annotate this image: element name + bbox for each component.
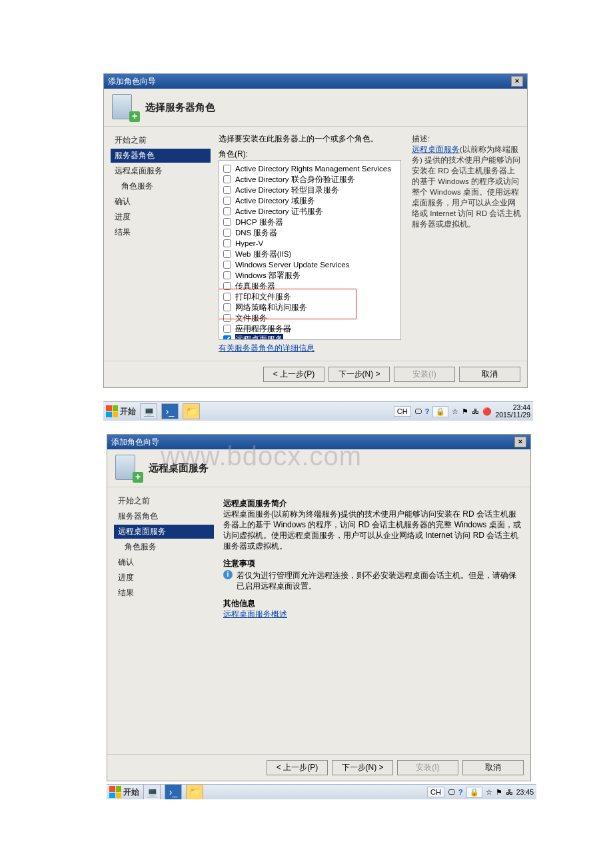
roles-listbox[interactable]: Active Directory Rights Management Servi… (219, 160, 401, 340)
role-label: Active Directory 联合身份验证服务 (235, 174, 355, 185)
powershell-icon[interactable]: ›_ (161, 403, 179, 419)
nav-role-services[interactable]: 角色服务 (114, 540, 214, 554)
nav-server-roles[interactable]: 服务器角色 (114, 509, 214, 523)
role-label: Windows Server Update Services (235, 259, 349, 270)
more-info-link[interactable]: 有关服务器角色的详细信息 (219, 343, 314, 354)
role-item[interactable]: 远程桌面服务 (223, 334, 396, 340)
role-checkbox[interactable] (223, 175, 231, 183)
tray-security-icon[interactable]: 🔒 (466, 787, 482, 798)
tray-sound-icon[interactable]: ☆ (452, 407, 458, 416)
role-checkbox[interactable] (223, 325, 231, 333)
desc-title: 描述: (412, 133, 522, 144)
ime-indicator[interactable]: CH (394, 406, 411, 417)
tray-help-icon[interactable]: ? (458, 788, 463, 796)
role-item[interactable]: Hyper-V (223, 238, 396, 249)
clock[interactable]: 23:44 2015/11/29 (495, 404, 530, 419)
nav-rds[interactable]: 远程桌面服务 (114, 525, 214, 539)
role-item[interactable]: Windows Server Update Services (223, 259, 396, 270)
titlebar[interactable]: 添加角色向导 × (107, 435, 530, 449)
role-item[interactable]: Active Directory 轻型目录服务 (223, 185, 396, 195)
role-item[interactable]: Windows 部署服务 (223, 270, 396, 281)
window-title: 添加角色向导 (111, 437, 159, 448)
tray-help-icon[interactable]: ? (425, 407, 430, 415)
explorer-icon[interactable]: 📁 (183, 403, 200, 419)
role-checkbox[interactable] (223, 207, 231, 215)
nav-role-services[interactable]: 角色服务 (111, 179, 211, 193)
note-text: 若仅为进行管理而允许远程连接，则不必安装远程桌面会话主机。但是，请确保已启用远程… (237, 570, 521, 591)
role-label: Windows 部署服务 (235, 270, 301, 281)
role-item[interactable]: Active Directory 域服务 (223, 195, 396, 206)
titlebar[interactable]: 添加角色向导 × (104, 74, 527, 89)
overview-link[interactable]: 远程桌面服务概述 (223, 609, 287, 619)
prev-button[interactable]: < 上一步(P) (263, 367, 324, 382)
nav-confirm[interactable]: 确认 (111, 195, 211, 209)
role-item[interactable]: Web 服务器(IIS) (223, 249, 396, 259)
desc-link[interactable]: 远程桌面服务 (412, 145, 460, 153)
tray-network-icon[interactable]: 🖧 (472, 407, 479, 415)
description-panel: 描述: 远程桌面服务(以前称为终端服务) 提供的技术使用户能够访问安装在 RD … (409, 127, 527, 361)
start-label: 开始 (120, 406, 136, 417)
window-title: 添加角色向导 (108, 76, 156, 87)
cancel-button[interactable]: 取消 (459, 367, 520, 382)
role-checkbox[interactable] (223, 239, 231, 247)
nav-progress[interactable]: 进度 (111, 210, 211, 224)
tray-security-icon[interactable]: 🔒 (432, 406, 448, 417)
role-checkbox[interactable] (223, 250, 231, 258)
cancel-button[interactable]: 取消 (462, 760, 524, 775)
explorer-icon[interactable]: 📁 (186, 784, 203, 799)
role-item[interactable]: 应用程序服务器 (223, 323, 396, 334)
nav-results[interactable]: 结果 (114, 586, 214, 600)
tray-flag-icon[interactable]: ⚑ (496, 788, 502, 797)
wizard-window-1: 添加角色向导 × + 选择服务器角色 开始之前 服务器角色 远程桌面服务 角色服… (103, 73, 528, 388)
role-checkbox[interactable] (223, 229, 231, 237)
role-checkbox[interactable] (223, 165, 231, 173)
role-checkbox[interactable] (223, 218, 231, 226)
clock[interactable]: 23:45 (516, 789, 534, 796)
wizard-header: + 远程桌面服务 (107, 449, 530, 487)
start-button[interactable]: 开始 (109, 786, 139, 798)
role-item[interactable]: Active Directory Rights Management Servi… (223, 163, 396, 174)
tray-desktop-icon[interactable]: 🖵 (414, 407, 422, 415)
role-checkbox[interactable] (223, 261, 231, 269)
clock-time: 23:45 (516, 789, 534, 796)
info-icon: i (223, 570, 233, 579)
nav-rds[interactable]: 远程桌面服务 (111, 164, 211, 178)
wizard-heading: 远程桌面服务 (149, 462, 209, 475)
close-icon[interactable]: × (514, 437, 526, 447)
nav-confirm[interactable]: 确认 (114, 555, 214, 569)
server-manager-icon[interactable]: 💻 (143, 784, 161, 799)
next-button[interactable]: 下一步(N) > (328, 367, 390, 382)
nav-progress[interactable]: 进度 (114, 571, 214, 585)
role-item[interactable]: Active Directory 联合身份验证服务 (223, 174, 396, 185)
tray-action-icon[interactable]: 🔴 (482, 407, 492, 416)
nav-before-begin[interactable]: 开始之前 (114, 494, 214, 508)
nav-results[interactable]: 结果 (111, 225, 211, 239)
role-label: Active Directory 轻型目录服务 (235, 185, 339, 195)
role-label: Active Directory 证书服务 (235, 206, 323, 217)
tray-desktop-icon[interactable]: 🖵 (448, 788, 455, 796)
role-checkbox[interactable] (223, 186, 231, 194)
ime-indicator[interactable]: CH (427, 787, 444, 797)
role-item[interactable]: DHCP 服务器 (223, 217, 396, 227)
tray-sound-icon[interactable]: ☆ (486, 788, 492, 797)
role-item[interactable]: Active Directory 证书服务 (223, 206, 396, 217)
other-title: 其他信息 (223, 598, 521, 609)
start-label: 开始 (123, 787, 139, 798)
taskbar-2: 开始 💻 ›_ 📁 CH 🖵 ? 🔒 ☆ ⚑ 🖧 23:45 (107, 784, 536, 799)
start-button[interactable]: 开始 (106, 405, 136, 417)
close-icon[interactable]: × (511, 76, 523, 87)
nav-server-roles[interactable]: 服务器角色 (111, 149, 211, 163)
role-item[interactable]: DNS 服务器 (223, 227, 396, 238)
nav-before-begin[interactable]: 开始之前 (111, 133, 211, 147)
role-checkbox[interactable] (223, 335, 231, 340)
role-label: DHCP 服务器 (235, 217, 283, 227)
tray-flag-icon[interactable]: ⚑ (462, 407, 468, 416)
server-manager-icon[interactable]: 💻 (140, 403, 157, 419)
tray-network-icon[interactable]: 🖧 (506, 788, 513, 796)
intro-title: 远程桌面服务简介 (223, 498, 521, 509)
role-checkbox[interactable] (223, 197, 231, 205)
powershell-icon[interactable]: ›_ (165, 784, 182, 799)
prev-button[interactable]: < 上一步(P) (267, 760, 328, 775)
role-checkbox[interactable] (223, 271, 231, 279)
next-button[interactable]: 下一步(N) > (332, 760, 393, 775)
